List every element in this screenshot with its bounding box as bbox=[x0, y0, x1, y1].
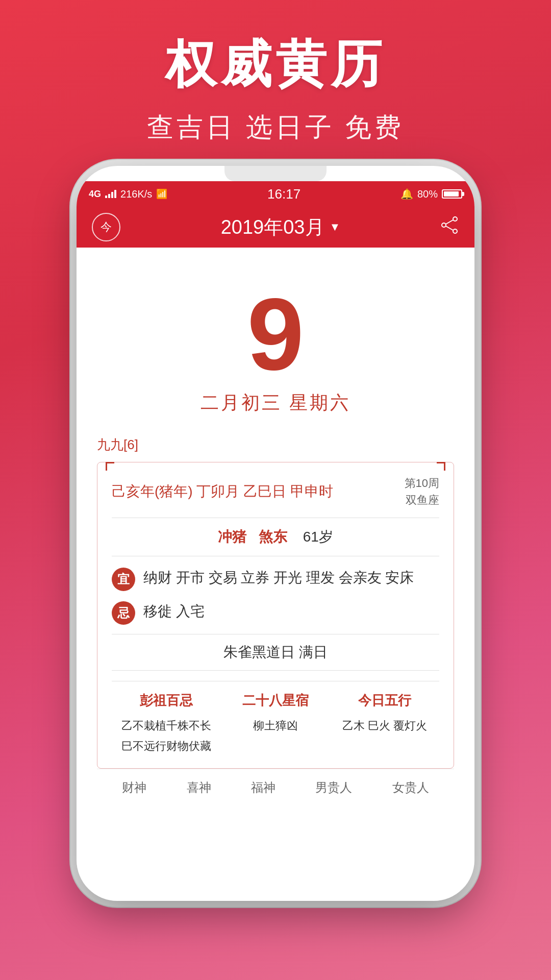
week-zodiac: 第10周 双鱼座 bbox=[405, 475, 439, 508]
svg-line-3 bbox=[446, 220, 453, 224]
phone-notch bbox=[224, 166, 327, 181]
yi-badge: 宜 bbox=[112, 568, 135, 591]
footer-fushen: 福神 bbox=[251, 779, 276, 796]
footer-nanguiren: 男贵人 bbox=[315, 779, 352, 796]
main-title: 权威黄历 bbox=[0, 31, 551, 100]
signal-label: 4G bbox=[89, 189, 101, 200]
alarm-icon: 🔔 bbox=[400, 188, 413, 200]
xingxiu-title: 二十八星宿 bbox=[221, 692, 330, 709]
xingxiu-col: 二十八星宿 柳土獐凶 bbox=[221, 692, 330, 756]
pengzu-line2: 巳不远行财物伏藏 bbox=[112, 736, 221, 756]
yi-text: 纳财 开市 交易 立券 开光 理发 会亲友 安床 bbox=[143, 567, 439, 590]
sub-title: 查吉日 选日子 免费 bbox=[0, 110, 551, 145]
today-button[interactable]: 今 bbox=[92, 213, 120, 241]
nine-nine-badge: 九九[6] bbox=[97, 436, 454, 454]
xingxiu-content: 柳土獐凶 bbox=[221, 716, 330, 736]
zhuque-row: 朱雀黑道日 满日 bbox=[112, 643, 439, 662]
svg-line-4 bbox=[446, 226, 453, 230]
age-label: 61岁 bbox=[303, 529, 333, 545]
footer-xishen: 喜神 bbox=[187, 779, 211, 796]
divider-2 bbox=[112, 670, 439, 671]
calendar-content: 9 二月初三 星期六 bbox=[77, 248, 474, 426]
top-banner: 权威黄历 查吉日 选日子 免费 bbox=[0, 0, 551, 166]
dropdown-arrow-icon: ▼ bbox=[330, 220, 341, 234]
nav-bar: 今 2019年03月 ▼ bbox=[77, 207, 474, 248]
lunar-date: 二月初三 星期六 bbox=[97, 390, 454, 415]
date-display: 9 二月初三 星期六 bbox=[97, 268, 454, 426]
yi-row: 宜 纳财 开市 交易 立券 开光 理发 会亲友 安床 bbox=[112, 567, 439, 591]
footer-caishen: 财神 bbox=[122, 779, 146, 796]
battery-percent: 80% bbox=[417, 188, 438, 200]
sha-label: 煞东 bbox=[259, 529, 287, 545]
status-left: 4G 216K/s 📶 bbox=[89, 188, 167, 200]
signal-bars-icon bbox=[105, 190, 116, 198]
wuxing-title: 今日五行 bbox=[330, 692, 439, 709]
status-time: 16:17 bbox=[267, 186, 300, 202]
day-number: 9 bbox=[97, 283, 454, 385]
bottom-footer: 财神 喜神 福神 男贵人 女贵人 bbox=[97, 769, 454, 806]
ji-row: 忌 移徙 入宅 bbox=[112, 600, 439, 625]
chong-row: 冲猪 煞东 61岁 bbox=[112, 527, 439, 556]
pengzu-title: 彭祖百忌 bbox=[112, 692, 221, 709]
divider-1 bbox=[112, 634, 439, 634]
month-title[interactable]: 2019年03月 ▼ bbox=[221, 214, 341, 240]
day-info: 九九[6] 己亥年(猪年) 丁卯月 乙巳日 甲申时 第10周 双鱼座 冲猪 煞东… bbox=[77, 426, 474, 821]
svg-point-2 bbox=[453, 229, 457, 233]
phone-mockup: 4G 216K/s 📶 16:17 🔔 80% 今 2019年03月 ▼ bbox=[77, 166, 474, 901]
zodiac-label: 双鱼座 bbox=[405, 492, 439, 508]
svg-point-0 bbox=[453, 217, 457, 221]
wuxing-content: 乙木 巳火 覆灯火 bbox=[330, 716, 439, 736]
share-button[interactable] bbox=[441, 216, 459, 238]
chong-label: 冲猪 bbox=[218, 529, 246, 545]
ji-badge: 忌 bbox=[112, 601, 135, 625]
footer-nvguiren: 女贵人 bbox=[392, 779, 429, 796]
svg-point-1 bbox=[442, 223, 446, 227]
wifi-icon: 📶 bbox=[156, 188, 167, 200]
pengzu-col: 彭祖百忌 乙不栽植千株不长 巳不远行财物伏藏 bbox=[112, 692, 221, 756]
ganzhi-text: 己亥年(猪年) 丁卯月 乙巳日 甲申时 bbox=[112, 482, 333, 501]
status-bar: 4G 216K/s 📶 16:17 🔔 80% bbox=[77, 181, 474, 207]
wuxing-col: 今日五行 乙木 巳火 覆灯火 bbox=[330, 692, 439, 756]
ganzhi-row: 己亥年(猪年) 丁卯月 乙巳日 甲申时 第10周 双鱼座 bbox=[112, 475, 439, 518]
speed-label: 216K/s bbox=[120, 188, 152, 200]
week-label: 第10周 bbox=[405, 475, 439, 492]
pengzu-line1: 乙不栽植千株不长 bbox=[112, 716, 221, 736]
bottom-three-cols: 彭祖百忌 乙不栽植千株不长 巳不远行财物伏藏 二十八星宿 柳土獐凶 今日五行 乙… bbox=[112, 681, 439, 756]
info-card: 己亥年(猪年) 丁卯月 乙巳日 甲申时 第10周 双鱼座 冲猪 煞东 61岁 宜… bbox=[97, 462, 454, 769]
ji-text: 移徙 入宅 bbox=[143, 600, 439, 623]
battery-icon bbox=[442, 189, 462, 199]
status-right: 🔔 80% bbox=[400, 188, 462, 200]
